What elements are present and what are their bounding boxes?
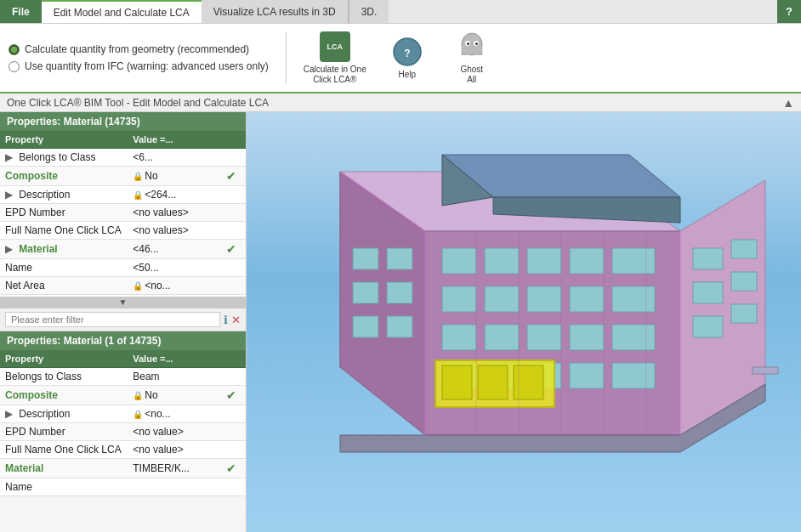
svg-rect-17	[527, 248, 561, 274]
top-col-value: Value =...	[128, 131, 216, 149]
top-properties-scroll[interactable]: Property Value =... ▶ Belongs to Class<6…	[0, 131, 246, 297]
check-cell: ✔	[216, 386, 246, 405]
value-cell[interactable]: <no values>	[128, 222, 216, 240]
building-3d-view	[272, 129, 782, 529]
help-label: Help	[398, 70, 416, 80]
top-col-property: Property	[0, 131, 128, 149]
value-cell[interactable]: Beam	[128, 368, 216, 386]
check-icon[interactable]: ✔	[226, 169, 236, 183]
svg-point-7	[475, 42, 478, 45]
lock-icon: 🔒	[133, 172, 143, 181]
bottom-properties-section: Properties: Material (1 of 14735) Proper…	[0, 331, 246, 532]
left-panel: Properties: Material (14735) Property Va…	[0, 112, 247, 532]
3d-viewport[interactable]	[247, 112, 801, 532]
svg-rect-27	[527, 325, 561, 350]
table-row[interactable]: ▶ Description🔒<no...	[0, 405, 246, 423]
radio-use-ifc[interactable]: Use quantity from IFC (warning: advanced…	[9, 60, 269, 72]
collapse-icon[interactable]: ▲	[782, 96, 794, 110]
table-row[interactable]: ▶ Material<46...✔	[0, 240, 246, 259]
value-cell[interactable]: 🔒<264...	[128, 186, 216, 204]
expand-icon[interactable]: ▶	[5, 408, 15, 420]
svg-rect-33	[570, 363, 604, 388]
table-row[interactable]: Composite🔒No✔	[0, 167, 246, 186]
check-cell	[216, 222, 246, 240]
svg-rect-54	[731, 272, 757, 291]
help-ribbon-button[interactable]: ? Help	[383, 37, 431, 80]
svg-rect-46	[387, 248, 412, 269]
svg-rect-18	[570, 248, 604, 274]
check-cell	[216, 423, 246, 441]
top-properties-section: Properties: Material (14735) Property Va…	[0, 112, 246, 308]
svg-rect-50	[387, 316, 412, 337]
filter-bar: ℹ ✕	[0, 308, 246, 331]
lock-icon: 🔒	[133, 410, 143, 419]
table-row[interactable]: MaterialTIMBER/K...✔	[0, 459, 246, 478]
check-icon[interactable]: ✔	[226, 242, 236, 256]
calculate-lca-button[interactable]: LCA Calculate in One Click LCA®	[304, 31, 366, 85]
svg-rect-47	[353, 282, 378, 303]
property-cell: Composite	[0, 167, 128, 186]
check-icon[interactable]: ✔	[226, 388, 236, 402]
svg-rect-34	[612, 363, 655, 388]
table-row[interactable]: Net Area (Calc)🔒<258...	[0, 295, 246, 297]
value-cell[interactable]: 🔒No	[128, 167, 216, 186]
svg-rect-21	[485, 286, 519, 312]
value-cell[interactable]: TIMBER/K...	[128, 459, 216, 478]
top-properties-table: Property Value =... ▶ Belongs to Class<6…	[0, 131, 246, 297]
filter-clear-icon[interactable]: ✕	[231, 314, 241, 326]
value-cell[interactable]: <6...	[128, 149, 216, 167]
table-row[interactable]: Name<50...	[0, 259, 246, 277]
help-button[interactable]: ?	[777, 0, 801, 23]
bottom-properties-table: Property Value =... Belongs to ClassBeam…	[0, 350, 246, 496]
value-cell[interactable]: 🔒No	[128, 386, 216, 405]
value-cell[interactable]: <46...	[128, 240, 216, 259]
svg-rect-61	[753, 367, 778, 374]
bottom-properties-header: Properties: Material (1 of 14735)	[0, 331, 246, 350]
value-cell[interactable]: <no value>	[128, 441, 216, 459]
ghost-all-button[interactable]: Ghost All	[448, 31, 496, 85]
table-row[interactable]: Composite🔒No✔	[0, 386, 246, 405]
svg-point-6	[467, 42, 469, 45]
table-row[interactable]: Name	[0, 478, 246, 496]
title-bar: File Edit Model and Calculate LCA Visual…	[0, 0, 801, 24]
property-cell: Full Name One Click LCA	[0, 441, 128, 459]
property-cell: Name	[0, 259, 128, 277]
tab-3d[interactable]: 3D.	[349, 0, 389, 23]
check-cell: ✔	[216, 167, 246, 186]
check-cell	[216, 405, 246, 423]
value-cell[interactable]: 🔒<no...	[128, 277, 216, 295]
table-row[interactable]: EPD Number<no value>	[0, 423, 246, 441]
expand-icon[interactable]: ▶	[5, 151, 15, 163]
check-cell	[216, 277, 246, 295]
value-cell[interactable]: <no values>	[128, 204, 216, 222]
filter-input[interactable]	[5, 312, 220, 327]
expand-icon[interactable]: ▶	[5, 189, 15, 201]
value-cell[interactable]: <no value>	[128, 423, 216, 441]
check-icon[interactable]: ✔	[226, 461, 236, 475]
file-tab[interactable]: File	[0, 0, 42, 23]
table-row[interactable]: Belongs to ClassBeam	[0, 368, 246, 386]
scroll-down-arrow[interactable]: ▼	[0, 297, 246, 308]
value-cell[interactable]: 🔒<258...	[128, 295, 216, 297]
property-cell: Composite	[0, 386, 128, 405]
svg-rect-36	[442, 365, 472, 399]
svg-rect-56	[731, 304, 757, 323]
table-row[interactable]: Full Name One Click LCA<no values>	[0, 222, 246, 240]
table-row[interactable]: Net Area🔒<no...	[0, 277, 246, 295]
table-row[interactable]: EPD Number<no values>	[0, 204, 246, 222]
value-cell[interactable]: 🔒<no...	[128, 405, 216, 423]
tab-visualize-lca[interactable]: Visualize LCA results in 3D	[202, 0, 349, 23]
table-row[interactable]: Full Name One Click LCA<no value>	[0, 441, 246, 459]
tab-edit-model[interactable]: Edit Model and Calculate LCA	[42, 0, 202, 23]
filter-info-icon[interactable]: ℹ	[224, 314, 228, 326]
bottom-properties-scroll[interactable]: Property Value =... Belongs to ClassBeam…	[0, 350, 246, 532]
property-cell: Net Area (Calc)	[0, 295, 128, 297]
table-row[interactable]: ▶ Belongs to Class<6...	[0, 149, 246, 167]
value-cell[interactable]: <50...	[128, 259, 216, 277]
value-cell[interactable]	[128, 478, 216, 496]
svg-rect-16	[485, 248, 519, 274]
radio-calculate-geometry[interactable]: Calculate quantity from geometry (recomm…	[9, 43, 269, 55]
expand-icon[interactable]: ▶	[5, 243, 15, 255]
bottom-col-action	[216, 350, 246, 368]
table-row[interactable]: ▶ Description🔒<264...	[0, 186, 246, 204]
